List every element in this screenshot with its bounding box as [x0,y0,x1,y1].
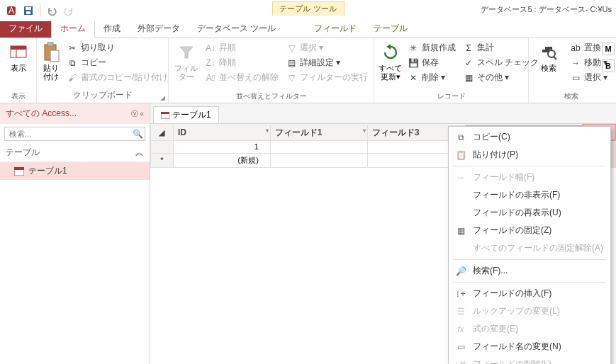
toggle-filter-button[interactable]: ▽フィルターの実行 [284,71,369,84]
svg-rect-3 [26,7,31,10]
copy-icon: ⧉ [454,132,467,143]
table-icon [161,112,169,119]
menu-paste[interactable]: 📋貼り付け(P) [449,146,610,164]
paste-icon: 📋 [454,149,467,161]
cut-button[interactable]: ✂切り取り [65,41,169,55]
menu-freeze-field[interactable]: ▦フィールドの固定(Z) [449,222,610,239]
width-icon: ↔ [454,172,467,183]
sort-asc-icon: A↓ [205,42,216,54]
filter-button[interactable]: フィルター [173,41,199,81]
advanced-filter-button[interactable]: ▤詳細設定 ▾ [284,56,369,69]
select-icon: ▭ [570,72,581,84]
cell[interactable] [270,153,367,167]
svg-line-14 [554,57,556,59]
rename-icon: ▭ [454,341,467,353]
scissors-icon: ✂ [67,42,78,54]
menu-unhide-field[interactable]: フィールドの再表示(U) [449,204,610,222]
delete-button[interactable]: ✕削除 ▾ [406,71,457,84]
column-context-menu: ⧉コピー(C) 📋貼り付け(P) ↔フィールド幅(F) フィールドの非表示(F)… [448,126,611,364]
copy-button[interactable]: ⧉コピー [65,56,169,69]
right-edge-m[interactable]: M [602,42,615,55]
menu-rename-field[interactable]: ▭フィールド名の変更(N) [449,338,610,356]
tab-database-tools[interactable]: データベース ツール [189,20,284,38]
collapse-icon: ︽ [135,147,144,159]
sigma-icon: Σ [463,42,474,54]
insert-icon: ⫶+ [454,288,467,300]
nav-search[interactable]: 🔍 [4,127,145,141]
dialog-launcher-icon[interactable]: ◢ [160,94,165,101]
view-button[interactable]: 表示 [4,41,32,72]
tab-file[interactable]: ファイル [0,20,51,38]
col-header-id[interactable]: ID▾ [173,125,270,140]
paste-button[interactable]: 貼り付け [41,41,61,81]
tab-create[interactable]: 作成 [95,20,129,38]
svg-rect-16 [14,167,24,170]
toggle-filter-icon: ▽ [286,72,297,84]
search-icon[interactable]: 🔍 [130,129,145,139]
delete-icon: ⫶✕ [454,359,467,365]
svg-rect-6 [11,46,26,50]
select-all-cell[interactable]: ◢ [151,125,174,140]
selection-filter-button[interactable]: ▽選択 ▾ [284,41,369,55]
nav-category-tables[interactable]: テーブル︽ [0,144,150,162]
group-sortfilter-label: 並べ替えとフィルター [169,91,374,103]
dropdown-icon[interactable]: ▾ [266,127,269,134]
save-icon[interactable] [21,4,35,18]
freeze-icon: ▦ [454,225,467,237]
brush-icon: 🖌 [67,72,78,84]
copy-icon: ⧉ [67,57,78,69]
search-input[interactable] [5,127,130,140]
svg-rect-18 [161,112,169,114]
menu-modify-expression: fx式の変更(E) [449,320,610,338]
tab-external-data[interactable]: 外部データ [129,20,189,38]
menu-insert-field[interactable]: ⫶+フィールドの挿入(F) [449,285,610,302]
replace-icon: ab [570,42,581,54]
svg-rect-9 [47,42,53,46]
svg-rect-4 [26,11,30,14]
group-clipboard-label: クリップボード◢ [37,89,168,103]
right-edge-b[interactable]: B [602,59,615,72]
nav-header[interactable]: すべての Access... [6,108,77,120]
select-button[interactable]: ▭選択 ▾ [569,71,609,84]
tab-home[interactable]: ホーム [51,19,95,38]
window-title: データベース5 : データベース- C:¥Us [481,4,612,15]
undo-icon[interactable] [45,4,59,18]
group-view-label: 表示 [0,91,36,103]
funnel-icon: ▽ [286,42,297,54]
format-painter-button[interactable]: 🖌書式のコピー/貼り付け [65,71,169,84]
tab-table[interactable]: テーブル [365,20,416,38]
row-selector[interactable] [151,140,174,153]
goto-icon: → [570,57,581,69]
document-tab[interactable]: テーブル1 [153,106,219,123]
save-record-button[interactable]: 💾保存 [406,56,457,69]
search-icon: 🔎 [454,266,467,277]
svg-rect-10 [50,50,59,62]
clear-sort-button[interactable]: A⃠並べ替えの解除 [203,71,280,84]
clear-sort-icon: A⃠ [205,72,216,84]
redo-icon[interactable] [62,4,76,18]
menu-find[interactable]: 🔎検索(F)... [449,262,610,280]
delete-icon: ✕ [408,72,419,84]
more-icon: ▦ [463,72,474,84]
sort-desc-button[interactable]: Z↓降順 [203,56,280,69]
menu-hide-field[interactable]: フィールドの非表示(F) [449,186,610,204]
contextual-tab-label: テーブル ツール [271,1,344,16]
cell[interactable]: 1 [173,140,270,153]
menu-modify-lookup: ☰ルックアップの変更(L) [449,302,610,320]
table-icon [14,167,24,176]
svg-rect-12 [545,47,552,50]
sort-asc-button[interactable]: A↓昇順 [203,41,280,55]
nav-item-table1[interactable]: テーブル1 [0,162,150,180]
cell[interactable] [270,140,367,153]
menu-copy[interactable]: ⧉コピー(C) [449,128,610,146]
tab-fields[interactable]: フィールド [306,20,365,38]
menu-field-width: ↔フィールド幅(F) [449,169,610,186]
col-header-1[interactable]: フィールド1▾ [270,125,367,140]
refresh-all-button[interactable]: すべて 更新▾ [379,41,402,81]
new-record-button[interactable]: ✳新規作成 [406,41,457,55]
menu-delete-field: ⫶✕フィールドの削除(L) [449,356,610,364]
group-records-label: レコード [374,91,528,103]
find-button[interactable]: 検索 [533,41,564,72]
dropdown-icon[interactable]: ▾ [363,127,366,134]
cell[interactable]: (新規) [173,153,270,167]
